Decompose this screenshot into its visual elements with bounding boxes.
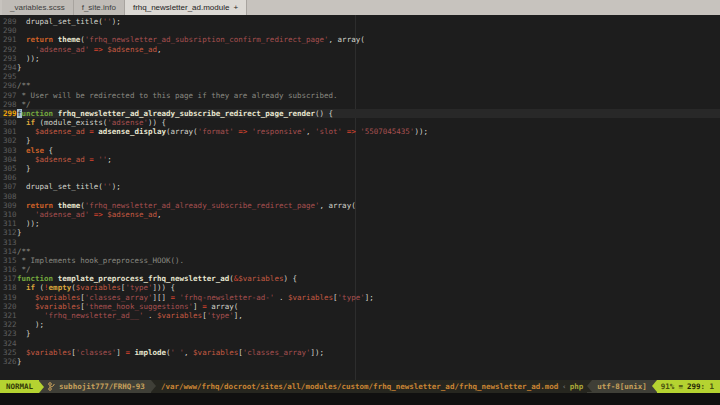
code-line[interactable]: 301 $adsense_ad = adsense_display(array(… (0, 127, 720, 136)
tab-frhq-newsletter-ad-module[interactable]: frhq_newsletter_ad.module+ (125, 0, 247, 15)
code-line[interactable]: 321 'frhq_newsletter_ad__' . $variables[… (0, 311, 720, 320)
code-token: )); (17, 54, 40, 63)
line-number: 290 (0, 26, 17, 35)
line-number: 319 (0, 293, 17, 302)
code-token (17, 302, 35, 311)
code-token: 'format' (198, 127, 234, 136)
code-line[interactable]: 290 (0, 26, 720, 35)
code-token: )) { (148, 118, 166, 127)
line-number: 306 (0, 173, 17, 182)
code-line[interactable]: 319 $variables['classes_array'][] = 'frh… (0, 293, 720, 302)
code-line[interactable]: 292 'adsense_ad' => $adsense_ad, (0, 45, 720, 54)
code-token: 'frhq_newsletter_ad_already_subscribe_re… (85, 201, 320, 210)
code-line[interactable]: 318 if (!empty($variables['type'])) { (0, 283, 720, 292)
tab-variables-scss[interactable]: _variables.scss (2, 0, 74, 15)
code-token (17, 201, 26, 210)
code-line[interactable]: 304 $adsense_ad = ''; (0, 155, 720, 164)
thin-separator: ‹ (559, 380, 570, 393)
tab-f-site-info[interactable]: f_site.info (74, 0, 125, 15)
code-line[interactable]: 295 (0, 72, 720, 81)
code-line[interactable]: 293 )); (0, 54, 720, 63)
line-number: 307 (0, 182, 17, 191)
code-line[interactable]: 308 (0, 192, 720, 201)
code-line[interactable]: 322 ); (0, 320, 720, 329)
line-number: 301 (0, 127, 17, 136)
code-line[interactable]: 316 */ (0, 265, 720, 274)
line-number: 312 (0, 228, 17, 237)
tab-bar: _variables.scss f_site.info frhq_newslet… (0, 0, 720, 15)
line-number: 324 (0, 339, 17, 348)
code-token: /** (17, 247, 31, 256)
code-token: , (157, 210, 162, 219)
code-token: 'adsense_ad' (35, 210, 89, 219)
tab-label: _variables.scss (10, 3, 65, 12)
code-token: $variables (238, 274, 283, 283)
status-right-group: ‹ php utf-8[unix] 91% ≡ 299 : 1 (559, 380, 720, 393)
code-line[interactable]: 324 (0, 339, 720, 348)
line-count-icon: ≡ (678, 380, 683, 393)
code-line[interactable]: 315 * Implements hook_preprocess_HOOK(). (0, 256, 720, 265)
code-token: drupal_set_title( (17, 182, 103, 191)
code-token: $variables (76, 283, 121, 292)
line-number: 299 (0, 109, 17, 118)
code-token: theme (58, 201, 81, 210)
code-token: (array( (166, 127, 198, 136)
code-token: ( (35, 283, 44, 292)
line-number: 316 (0, 265, 17, 274)
code-line[interactable]: 294} (0, 63, 720, 72)
editor[interactable]: 289 drupal_set_title('');290291 return t… (0, 15, 720, 380)
line-number: 314 (0, 247, 17, 256)
code-line[interactable]: 300 if (module_exists('adsense')) { (0, 118, 720, 127)
code-line[interactable]: 298 */ (0, 100, 720, 109)
code-token: ) { (283, 274, 297, 283)
code-line[interactable]: 297 * User will be redirected to this pa… (0, 91, 720, 100)
code-line[interactable]: 299function frhq_newsletter_ad_already_s… (0, 109, 720, 118)
code-token: $adsense_ad (35, 127, 85, 136)
line-number: 322 (0, 320, 17, 329)
code-line[interactable]: 325 $variables['classes'] = implode(' ',… (0, 348, 720, 357)
code-line[interactable]: 303 else { (0, 146, 720, 155)
code-token (17, 348, 26, 357)
code-line[interactable]: 296/** (0, 81, 720, 90)
code-line[interactable]: 312} (0, 228, 720, 237)
git-branch-segment: subhojit777/FRHQ-93 (39, 380, 151, 393)
code-token: , (306, 127, 315, 136)
code-token: 'classes_array' (243, 348, 311, 357)
code-token: $variables (157, 311, 202, 320)
line-number: 317 (0, 274, 17, 283)
code-line[interactable]: 313 (0, 238, 720, 247)
code-line[interactable]: 314/** (0, 247, 720, 256)
code-line[interactable]: 307 drupal_set_title(''); (0, 182, 720, 191)
code-token: 'type' (125, 283, 152, 292)
tab-label: f_site.info (82, 3, 116, 12)
line-number: 292 (0, 45, 17, 54)
code-line[interactable]: 310 'adsense_ad' => $adsense_ad, (0, 210, 720, 219)
code-token: array( (207, 302, 239, 311)
code-line[interactable]: 323 } (0, 329, 720, 338)
code-token: if (26, 283, 35, 292)
code-token: '' (98, 155, 107, 164)
code-line[interactable]: 320 $variables['theme_hook_suggestions']… (0, 302, 720, 311)
code-token: $variables (26, 348, 71, 357)
code-line[interactable]: 291 return theme('frhq_newsletter_ad_sub… (0, 35, 720, 44)
code-token: 'theme_hook_suggestions' (85, 302, 193, 311)
code-line[interactable]: 289 drupal_set_title(''); (0, 17, 720, 26)
code-line[interactable]: 311 )); (0, 219, 720, 228)
powerline-separator (39, 381, 44, 393)
line-number: 313 (0, 238, 17, 247)
code-line[interactable]: 306 (0, 173, 720, 182)
line-number: 293 (0, 54, 17, 63)
code-token (17, 35, 26, 44)
code-token: /** (17, 81, 31, 90)
line-number: 308 (0, 192, 17, 201)
code-line[interactable]: 326} (0, 357, 720, 366)
code-token (17, 118, 26, 127)
cursor-column-number: : 1 (700, 380, 714, 393)
code-line[interactable]: 302 } (0, 136, 720, 145)
code-line[interactable]: 309 return theme('frhq_newsletter_ad_alr… (0, 201, 720, 210)
code-token: $variables (35, 302, 80, 311)
code-token: '5507045435' (360, 127, 414, 136)
code-line[interactable]: 305 } (0, 164, 720, 173)
code-token: ], (234, 311, 243, 320)
code-line[interactable]: 317function template_preprocess_frhq_new… (0, 274, 720, 283)
